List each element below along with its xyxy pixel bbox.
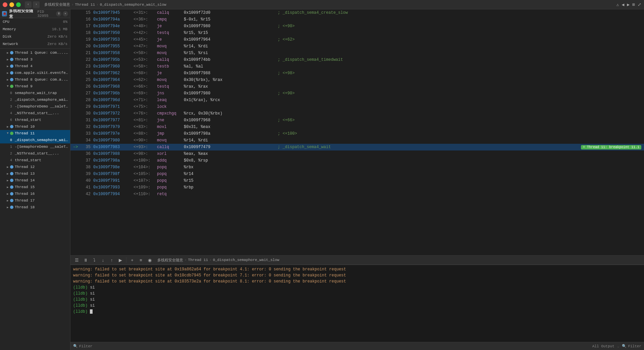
console-command-line: (lldb) si bbox=[73, 297, 641, 303]
disasm-row[interactable]: 170x1009f794e<+40>:je0x1009f7980; <+90> bbox=[70, 23, 644, 30]
sidebar-thread9-frame0[interactable]: 0 semaphore_wait_trap bbox=[0, 90, 70, 96]
disasm-row[interactable]: 160x1009f794a<+36>:cmpq$-0x1, %r15 bbox=[70, 16, 644, 23]
disassembly-view[interactable]: 150x1009f7945<+31>:callq0x1009f72d0; _di… bbox=[70, 9, 644, 255]
sidebar-thread9-frame4[interactable]: 4 _NSThread_start__... bbox=[0, 110, 70, 117]
toggle-console-btn[interactable]: ☰ bbox=[73, 256, 80, 264]
split-icon[interactable]: ⊞ bbox=[632, 2, 635, 7]
sidebar-thread11-frame2[interactable]: 2 _NSThread_start__... bbox=[0, 150, 70, 157]
disasm-row[interactable]: 270x1009f796b<+69>:jns0x1009f7980; <+90> bbox=[70, 90, 644, 97]
filter-button[interactable]: 🔍 Filter bbox=[73, 344, 93, 348]
address: 0x1009f7960 bbox=[93, 64, 133, 69]
thread-color bbox=[10, 64, 13, 68]
sidebar-thread17[interactable]: ▶ Thread 17 bbox=[0, 197, 70, 204]
sidebar-thread9-frame2[interactable]: 2 _dispatch_semaphore_wait_slow bbox=[0, 96, 70, 103]
sidebar-thread9[interactable]: ▼ Thread 9 bbox=[0, 83, 70, 90]
sidebar-thread10[interactable]: ▶ Thread 10 bbox=[0, 123, 70, 130]
sidebar-com-apple[interactable]: ▶ com.apple.uikit.eventfetch-thread (6) bbox=[0, 70, 70, 76]
process-header[interactable]: 🐞 多线程安全随意 PID 32955 ⏸ ✕ bbox=[0, 9, 70, 18]
nav-right-icon[interactable]: ▶ bbox=[627, 2, 630, 7]
sidebar-thread9-frame6[interactable]: 6 thread_start bbox=[0, 117, 70, 123]
operands: %al, %al bbox=[184, 64, 278, 69]
operands: 0x1009f72d0 bbox=[184, 10, 278, 15]
pause-btn[interactable]: ⏸ bbox=[56, 11, 61, 16]
disasm-row[interactable]: 190x1009f7953<+45>:je0x1009f7964; <+62> bbox=[70, 36, 644, 43]
disasm-row[interactable]: 400x1009f7991<+107>:popq%r15 bbox=[70, 177, 644, 184]
disasm-row[interactable]: 420x1009f7994<+110>:retq bbox=[70, 191, 644, 198]
line-number: 36 bbox=[81, 151, 91, 156]
sidebar-thread13[interactable]: ▶ Thread 13 bbox=[0, 170, 70, 177]
all-output-label: All Output bbox=[592, 344, 614, 348]
sidebar-thread8[interactable]: ▶ Thread 8 Queue: com.a...oming (serial) bbox=[0, 76, 70, 83]
sidebar-thread11-frame1[interactable]: 1 -[SemaphoreDemo __saleTicket] bbox=[0, 143, 70, 150]
disk-row: Disk Zero KB/s bbox=[0, 33, 70, 40]
disasm-row[interactable]: 210x1009f7958<+50>:movq%r15, %rsi bbox=[70, 50, 644, 56]
disasm-row[interactable]: 390x1009f798f<+105>:popq%r14 bbox=[70, 171, 644, 177]
simulator-btn[interactable]: ◉ bbox=[146, 256, 153, 264]
minimize-btn[interactable] bbox=[9, 2, 14, 7]
step-over-btn[interactable]: ⤵ bbox=[91, 256, 98, 264]
address: 0x1009f7971 bbox=[93, 104, 133, 109]
disasm-row[interactable]: 340x1009f7980<+90>:movq%r14, %rdi bbox=[70, 137, 644, 144]
disasm-row[interactable]: 280x1009f796d<+71>:leaq0x1(%rax), %rcx bbox=[70, 97, 644, 103]
forward-icon[interactable]: › bbox=[33, 1, 40, 8]
disasm-row[interactable]: 200x1009f7955<+47>:movq%r14, %rdi bbox=[70, 43, 644, 50]
fullscreen-icon[interactable]: ⤢ bbox=[638, 2, 641, 7]
thread13-label: Thread 13 bbox=[15, 172, 35, 176]
step-out-btn[interactable]: ↑ bbox=[108, 256, 115, 264]
sidebar-thread16[interactable]: ▶ Thread 16 bbox=[0, 190, 70, 197]
disasm-row[interactable]: 330x1009f797e<+88>:jmp0x1009f798a; <+100… bbox=[70, 130, 644, 137]
pause-btn[interactable]: ⏸ bbox=[82, 256, 89, 264]
disasm-row[interactable]: 360x1009f7988<+98>:xorl%eax, %eax bbox=[70, 150, 644, 157]
memory-value: 10.1 MB bbox=[52, 27, 67, 31]
offset: <+42>: bbox=[133, 31, 157, 35]
close-btn[interactable] bbox=[3, 2, 7, 7]
sidebar-thread1[interactable]: ▶ Thread 1 Queue: com....thread (serial) bbox=[0, 49, 70, 56]
address: 0x1009f7988 bbox=[93, 151, 133, 156]
continue-btn[interactable]: ▶ bbox=[117, 256, 124, 264]
step-into-btn[interactable]: ↓ bbox=[99, 256, 107, 264]
alert-icon[interactable]: ⚠ bbox=[616, 2, 619, 7]
disasm-row[interactable]: 230x1009f7960<+58>:testb%al, %al bbox=[70, 63, 644, 70]
sidebar-thread18[interactable]: ▶ Thread 18 bbox=[0, 204, 70, 211]
back-icon[interactable]: ‹ bbox=[25, 1, 32, 8]
line-number: 27 bbox=[81, 91, 91, 96]
console-cursor-line[interactable]: (lldb) bbox=[73, 309, 641, 315]
sidebar-thread15[interactable]: ▶ Thread 15 bbox=[0, 184, 70, 190]
stop-btn[interactable]: ✕ bbox=[63, 11, 68, 16]
disasm-row[interactable]: 370x1009f798a<+100>:addq$0x8, %rsp bbox=[70, 157, 644, 164]
disasm-row[interactable]: 290x1009f7971<+75>:lock bbox=[70, 103, 644, 110]
sidebar-thread12[interactable]: ▶ Thread 12 bbox=[0, 164, 70, 170]
sidebar-thread4[interactable]: ▶ Thread 4 bbox=[0, 63, 70, 70]
sidebar-thread3[interactable]: ▶ Thread 3 bbox=[0, 56, 70, 63]
disasm-row[interactable]: 150x1009f7945<+31>:callq0x1009f72d0; _di… bbox=[70, 9, 644, 16]
sidebar-thread11[interactable]: ▼ Thread 11 bbox=[0, 130, 70, 137]
operands: $0x31, %eax bbox=[184, 125, 278, 129]
view-memory-btn[interactable]: ≡ bbox=[137, 256, 145, 264]
nav-icon[interactable]: ◀ bbox=[622, 2, 625, 7]
offset: <+66>: bbox=[133, 84, 157, 89]
sidebar-thread11-frame4[interactable]: 4 thread_start bbox=[0, 157, 70, 164]
disasm-row[interactable]: 320x1009f7979<+83>:movl$0x31, %eax bbox=[70, 124, 644, 130]
offset: <+90>: bbox=[133, 138, 157, 143]
sidebar-thread11-frame0[interactable]: 0 _dispatch_semaphore_wait_slow bbox=[0, 137, 70, 143]
right-filter-button[interactable]: 🔍 Filter bbox=[622, 344, 641, 348]
operands: %rbx bbox=[184, 165, 278, 170]
sidebar-thread9-frame3[interactable]: 3 -[SemaphoreDemo __saleTicket] bbox=[0, 103, 70, 110]
operands: $-0x1, %r15 bbox=[184, 17, 278, 22]
sidebar-thread14[interactable]: ▶ Thread 14 bbox=[0, 177, 70, 184]
console-command: si bbox=[90, 285, 95, 290]
disasm-row[interactable]: 380x1009f798e<+104>:popq%rbx bbox=[70, 164, 644, 171]
disasm-row[interactable]: 300x1009f7972<+76>:cmpxchgq%rcx, 0x30(%r… bbox=[70, 110, 644, 117]
add-expression-btn[interactable]: + bbox=[128, 256, 136, 264]
operands: $0x8, %rsp bbox=[184, 158, 278, 163]
disasm-row[interactable]: 220x1009f795b<+53>:callq0x1009f74bb; _di… bbox=[70, 56, 644, 63]
disasm-row[interactable]: 240x1009f7962<+60>:je0x1009f7988; <+98> bbox=[70, 70, 644, 77]
disasm-row[interactable]: 250x1009f7964<+62>:movq0x30(%rbx), %rax bbox=[70, 77, 644, 83]
disasm-row[interactable]: –>350x1009f7983<+93>:callq0x1009f7479; _… bbox=[70, 144, 644, 150]
line-number: 30 bbox=[81, 111, 91, 116]
disasm-row[interactable]: 310x1009f7977<+81>:jne0x1009f7968; <+66> bbox=[70, 117, 644, 124]
disasm-row[interactable]: 180x1009f7950<+42>:testq%r15, %r15 bbox=[70, 30, 644, 36]
maximize-btn[interactable] bbox=[16, 2, 21, 7]
disasm-row[interactable]: 260x1009f7968<+66>:testq%rax, %rax bbox=[70, 83, 644, 90]
disasm-row[interactable]: 410x1009f7993<+109>:popq%rbp bbox=[70, 184, 644, 191]
